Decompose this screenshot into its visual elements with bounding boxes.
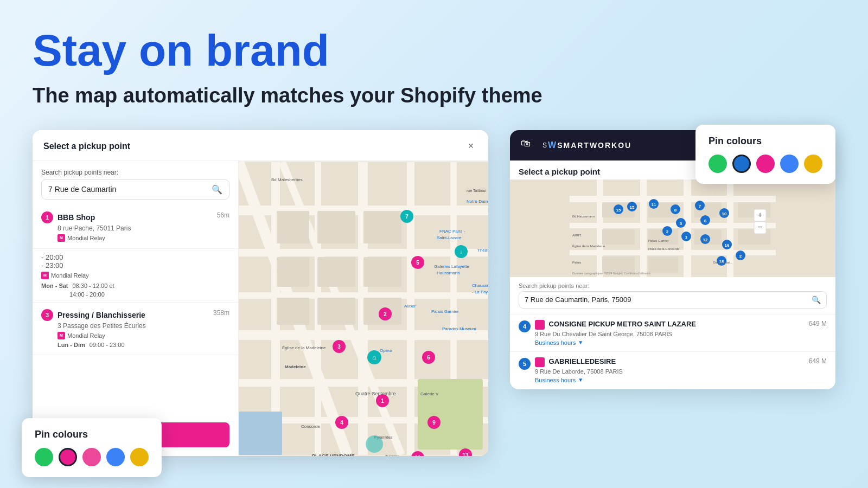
pin-dot-blue[interactable]: [106, 448, 125, 466]
svg-text:Madeleine: Madeleine: [285, 364, 306, 369]
chevron-down-icon: ▼: [578, 377, 583, 383]
pin-dot-yellow-r[interactable]: [804, 155, 822, 173]
location-distance: 649 M: [809, 320, 827, 328]
svg-text:Saint-Lazare: Saint-Lazare: [437, 235, 462, 240]
search-area: Search pickup points near: 🔍: [33, 161, 238, 205]
right-map-area: 15 15 11 8 7 3 6 10 2: [510, 179, 835, 277]
svg-text:Église de la Madeleine: Église de la Madeleine: [572, 245, 605, 248]
svg-text:Domaine Nati...: Domaine Nati...: [713, 261, 732, 264]
svg-text:Données cartographiques ©2024 : Données cartographiques ©2024 Google | C…: [572, 272, 651, 275]
carrier-name: Mondial Relay: [67, 332, 105, 339]
svg-text:PLACE VENDOME: PLACE VENDOME: [312, 453, 355, 456]
svg-text:5: 5: [416, 260, 419, 266]
panel-title: Select a pickup point: [43, 142, 130, 151]
svg-rect-23: [418, 379, 483, 450]
hero-subtitle: The map automatically matches your Shopi…: [0, 75, 868, 108]
pin-colours-title-left: Pin colours: [35, 429, 149, 440]
pin-colours-popup-right: Pin colours: [695, 125, 835, 184]
svg-text:6: 6: [704, 219, 707, 223]
carrier-icon: M: [58, 332, 65, 339]
location-number: 3: [41, 309, 53, 321]
svg-rect-79: [684, 179, 691, 277]
carrier-icon: [535, 357, 545, 367]
list-item[interactable]: 4 CONSIGNE PICKUP METRO SAINT LAZARE 9 R…: [510, 314, 835, 352]
svg-text:Haussmann: Haussmann: [437, 271, 460, 275]
svg-text:Tuileries: Tuileries: [385, 454, 400, 456]
svg-text:ARRT.: ARRT.: [572, 234, 582, 237]
carrier-icon: M: [58, 234, 65, 242]
pin-dot-lightblue-r[interactable]: [780, 155, 799, 173]
right-search-icon[interactable]: 🔍: [812, 296, 821, 304]
pin-dot-blue-selected-r[interactable]: [732, 155, 751, 173]
svg-text:⌂: ⌂: [372, 354, 376, 361]
search-icon[interactable]: 🔍: [212, 184, 222, 195]
svg-text:Bd Haussmann: Bd Haussmann: [572, 215, 595, 218]
pin-dot-green-r[interactable]: [709, 155, 727, 173]
svg-rect-21: [317, 298, 355, 325]
svg-rect-89: [602, 256, 635, 273]
svg-text:16: 16: [725, 243, 730, 248]
hours-value: 08:30 - 12:00 et: [73, 282, 114, 289]
svg-text:- La Fayette: - La Fayette: [472, 290, 488, 294]
svg-text:11: 11: [652, 202, 656, 207]
location-number: 4: [519, 320, 531, 332]
svg-text:Palais: Palais: [572, 261, 581, 264]
search-label: Search pickup points near:: [41, 169, 229, 176]
location-distance: 649 M: [809, 357, 827, 365]
pin-dot-pink-selected[interactable]: [59, 448, 77, 466]
hero-title: Stay on brand: [0, 0, 868, 75]
svg-text:3: 3: [337, 344, 341, 350]
svg-text:+: +: [758, 210, 762, 219]
right-panel: Pin colours 🛍 S W SMARTWORKOU Select a p…: [510, 130, 835, 389]
business-hours-toggle[interactable]: Business hours ▼: [535, 339, 696, 346]
svg-text:Concorde: Concorde: [301, 424, 320, 429]
svg-text:13: 13: [462, 452, 469, 456]
map-area: Notre-Dame-de-Lore FNAC Paris - Saint-La…: [239, 161, 488, 456]
search-input-wrap: 🔍: [41, 179, 229, 200]
pin-dot-pink-r[interactable]: [756, 155, 775, 173]
svg-text:2: 2: [384, 311, 387, 317]
pin-colours-popup-left: Pin colours: [22, 418, 162, 477]
location-name: BBB Shop: [58, 213, 95, 222]
list-item[interactable]: 1 BBB Shop 56m 8 rue Pache, 75011 Paris …: [33, 205, 238, 249]
location-name: CONSIGNE PICKUP METRO SAINT LAZARE: [535, 320, 696, 330]
list-item[interactable]: - 20:00 - 23:00 M Mondial Relay Mon - Sa…: [33, 249, 238, 303]
pin-dot-yellow[interactable]: [130, 448, 149, 466]
hours-label: Lun - Dim: [58, 342, 85, 348]
svg-rect-15: [317, 211, 355, 243]
pin-dot-green[interactable]: [35, 448, 53, 466]
svg-text:Place de la Concorde: Place de la Concorde: [648, 247, 680, 251]
right-map-svg: 15 15 11 8 7 3 6 10 2: [510, 179, 835, 277]
svg-text:9: 9: [432, 420, 436, 426]
map-svg: Notre-Dame-de-Lore FNAC Paris - Saint-La…: [239, 161, 488, 456]
location-address: 9 Rue Du Chevalier De Saint George, 7500…: [535, 331, 696, 337]
svg-text:Notre-Dame-de-Lore: Notre-Dame-de-Lore: [467, 199, 488, 204]
pin-colours-title-right: Pin colours: [709, 136, 822, 147]
svg-text:6: 6: [427, 355, 430, 361]
svg-text:12: 12: [703, 237, 708, 242]
search-input[interactable]: [48, 185, 212, 194]
business-hours-label: Business hours: [535, 377, 576, 383]
svg-rect-85: [602, 229, 635, 245]
location-name: Pressing / Blanchisserie: [58, 311, 145, 319]
list-item[interactable]: 3 Pressing / Blanchisserie 358m 3 Passag…: [33, 303, 238, 355]
svg-text:2: 2: [739, 254, 742, 259]
pin-dot-hot-pink[interactable]: [82, 448, 101, 466]
svg-rect-18: [317, 257, 355, 287]
svg-text:Opéra: Opéra: [380, 348, 392, 353]
close-button[interactable]: ×: [464, 140, 477, 153]
svg-text:15: 15: [616, 208, 621, 213]
list-item[interactable]: 5 GABRIELLEDESIRE 9 Rue De Laborde, 7500…: [510, 352, 835, 389]
svg-text:Bd Malesherbes: Bd Malesherbes: [271, 177, 303, 182]
svg-text:1: 1: [685, 235, 688, 240]
svg-text:Quatre-Septembre: Quatre-Septembre: [355, 391, 396, 396]
svg-text:4: 4: [340, 420, 343, 426]
svg-text:8: 8: [674, 208, 677, 213]
svg-rect-14: [277, 211, 309, 243]
hours-value: 09:00 - 23:00: [90, 342, 125, 348]
location-number: 1: [41, 211, 53, 223]
right-search-input[interactable]: [525, 296, 812, 304]
svg-rect-19: [363, 257, 401, 287]
business-hours-label: Business hours: [535, 339, 576, 346]
business-hours-toggle[interactable]: Business hours ▼: [535, 377, 623, 383]
